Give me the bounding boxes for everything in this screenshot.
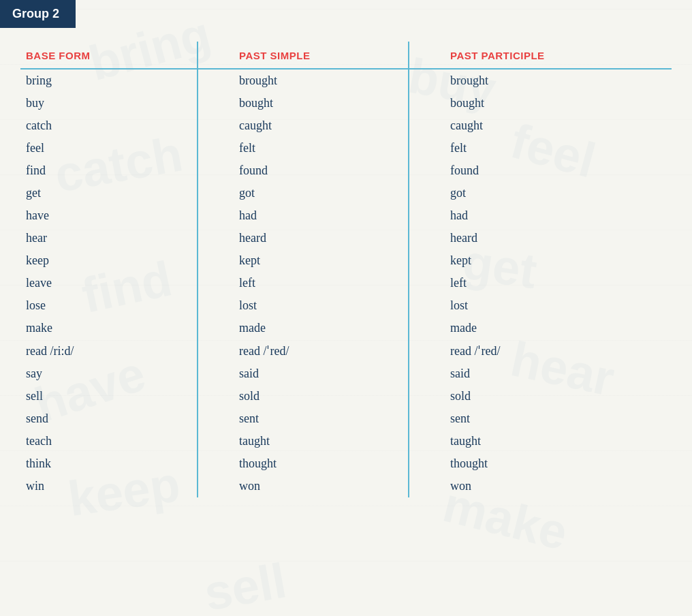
cell-base-form: teach xyxy=(20,430,198,452)
verb-table-container: BASE FORM PAST SIMPLE PAST PARTICIPLE br… xyxy=(0,28,692,518)
cell-base-form: say xyxy=(20,363,198,385)
col-past-simple: PAST SIMPLE xyxy=(198,42,409,69)
group-header: Group 2 xyxy=(0,0,76,28)
cell-past-simple: taught xyxy=(198,430,409,452)
cell-past-participle: heard xyxy=(409,227,672,249)
cell-past-participle: found xyxy=(409,159,672,182)
cell-past-simple: bought xyxy=(198,92,409,114)
cell-past-simple: had xyxy=(198,204,409,227)
table-row: buyboughtbought xyxy=(20,92,672,114)
cell-base-form: read /ri:d/ xyxy=(20,339,198,363)
table-row: teachtaughttaught xyxy=(20,430,672,452)
table-row: leaveleftleft xyxy=(20,272,672,294)
cell-past-participle: said xyxy=(409,363,672,385)
cell-past-simple: kept xyxy=(198,249,409,272)
cell-past-participle: lost xyxy=(409,294,672,317)
col-base-form: BASE FORM xyxy=(20,42,198,69)
cell-base-form: find xyxy=(20,159,198,182)
cell-past-participle: sent xyxy=(409,407,672,430)
cell-past-simple: won xyxy=(198,475,409,497)
cell-base-form: keep xyxy=(20,249,198,272)
cell-past-simple: thought xyxy=(198,452,409,475)
table-row: makemademade xyxy=(20,317,672,339)
cell-past-participle: bought xyxy=(409,92,672,114)
cell-past-simple: read /ˈred/ xyxy=(198,339,409,363)
cell-past-participle: had xyxy=(409,204,672,227)
table-row: thinkthoughtthought xyxy=(20,452,672,475)
cell-base-form: hear xyxy=(20,227,198,249)
cell-past-simple: sold xyxy=(198,385,409,407)
cell-base-form: have xyxy=(20,204,198,227)
table-row: findfoundfound xyxy=(20,159,672,182)
table-row: saysaidsaid xyxy=(20,363,672,385)
cell-past-participle: won xyxy=(409,475,672,497)
verb-table: BASE FORM PAST SIMPLE PAST PARTICIPLE br… xyxy=(20,42,672,497)
cell-base-form: leave xyxy=(20,272,198,294)
cell-past-simple: said xyxy=(198,363,409,385)
table-row: getgotgot xyxy=(20,182,672,204)
cell-base-form: think xyxy=(20,452,198,475)
table-row: feelfeltfelt xyxy=(20,137,672,159)
cell-past-simple: left xyxy=(198,272,409,294)
table-header-row: BASE FORM PAST SIMPLE PAST PARTICIPLE xyxy=(20,42,672,69)
table-row: keepkeptkept xyxy=(20,249,672,272)
cell-base-form: send xyxy=(20,407,198,430)
cell-past-participle: left xyxy=(409,272,672,294)
cell-base-form: win xyxy=(20,475,198,497)
col-past-participle: PAST PARTICIPLE xyxy=(409,42,672,69)
cell-base-form: catch xyxy=(20,114,198,137)
cell-past-participle: brought xyxy=(409,69,672,92)
cell-past-simple: found xyxy=(198,159,409,182)
cell-past-simple: lost xyxy=(198,294,409,317)
cell-base-form: make xyxy=(20,317,198,339)
cell-past-participle: read /ˈred/ xyxy=(409,339,672,363)
group-title: Group 2 xyxy=(12,7,59,20)
cell-past-simple: brought xyxy=(198,69,409,92)
table-row: bringbroughtbrought xyxy=(20,69,672,92)
cell-past-participle: made xyxy=(409,317,672,339)
cell-past-simple: felt xyxy=(198,137,409,159)
cell-past-simple: got xyxy=(198,182,409,204)
cell-past-simple: sent xyxy=(198,407,409,430)
cell-past-participle: felt xyxy=(409,137,672,159)
cell-base-form: get xyxy=(20,182,198,204)
cell-past-simple: heard xyxy=(198,227,409,249)
cell-base-form: bring xyxy=(20,69,198,92)
cell-base-form: buy xyxy=(20,92,198,114)
cell-past-simple: caught xyxy=(198,114,409,137)
cell-past-simple: made xyxy=(198,317,409,339)
page: bring buy catch feel find get have hear … xyxy=(0,0,692,616)
cell-past-participle: caught xyxy=(409,114,672,137)
table-row: hearheardheard xyxy=(20,227,672,249)
table-row: loselostlost xyxy=(20,294,672,317)
table-row: winwonwon xyxy=(20,475,672,497)
cell-past-participle: sold xyxy=(409,385,672,407)
cell-past-participle: got xyxy=(409,182,672,204)
table-row: read /ri:d/read /ˈred/read /ˈred/ xyxy=(20,339,672,363)
table-row: sendsentsent xyxy=(20,407,672,430)
cell-past-participle: taught xyxy=(409,430,672,452)
cell-base-form: sell xyxy=(20,385,198,407)
cell-base-form: lose xyxy=(20,294,198,317)
table-row: catchcaughtcaught xyxy=(20,114,672,137)
cell-base-form: feel xyxy=(20,137,198,159)
table-row: sellsoldsold xyxy=(20,385,672,407)
cell-past-participle: kept xyxy=(409,249,672,272)
table-row: havehadhad xyxy=(20,204,672,227)
watermark-11: sell xyxy=(200,552,291,616)
cell-past-participle: thought xyxy=(409,452,672,475)
